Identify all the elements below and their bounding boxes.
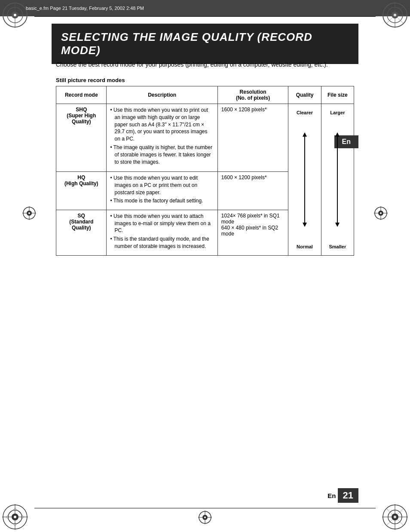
svg-point-34 [204, 517, 206, 518]
page-title: SELECTING THE IMAGE QUALITY (RECORD MODE… [61, 31, 349, 57]
record-table: Record mode Description Resolution(No. o… [56, 86, 354, 256]
col-header-record: Record mode [56, 86, 107, 104]
res-shq: 1600 × 1208 pixels* [217, 104, 288, 172]
page-en-label: En [327, 492, 336, 499]
quality-label-bottom: Normal [297, 244, 313, 249]
desc-shq-item1: Use this mode when you want to print out… [110, 107, 214, 143]
bottom-divider [34, 508, 376, 508]
svg-point-23 [380, 212, 382, 214]
top-bar-text: basic_e.fm Page 21 Tuesday, February 5, … [26, 6, 144, 11]
page-number: 21 [338, 488, 358, 503]
content-area: Choose the best record mode for your pur… [56, 60, 354, 256]
filesize-column: Larger Smaller [321, 104, 354, 256]
intro-paragraph: Choose the best record mode for your pur… [56, 60, 354, 69]
col-header-desc: Description [107, 86, 217, 104]
desc-sq: Use this mode when you want to attach im… [107, 210, 217, 255]
reg-mark-bottom-center [198, 511, 212, 524]
desc-sq-item1: Use this mode when you want to attach im… [110, 213, 214, 234]
desc-hq: Use this mode when you want to edit imag… [107, 172, 217, 210]
section-label: Still picture record modes [56, 77, 354, 83]
desc-shq: Use this mode when you want to print out… [107, 104, 217, 172]
title-banner: SELECTING THE IMAGE QUALITY (RECORD MODE… [52, 24, 358, 64]
svg-point-18 [28, 212, 30, 214]
top-bar: basic_e.fm Page 21 Tuesday, February 5, … [0, 0, 410, 16]
corner-bottom-left [0, 502, 30, 532]
page-number-area: En 21 [327, 488, 358, 503]
corner-bottom-right [380, 502, 410, 532]
reg-mark-mid-left [22, 206, 36, 220]
res-sq: 1024× 768 pixels* in SQ1 mode640 × 480 p… [217, 210, 288, 255]
desc-sq-item2: This is the standard quality mode, and t… [110, 235, 214, 250]
filesize-label-top: Larger [330, 110, 345, 115]
col-header-quality: Quality [288, 86, 321, 104]
col-header-resolution: Resolution(No. of pixels) [217, 86, 288, 104]
svg-point-5 [14, 14, 16, 16]
reg-mark-mid-right [374, 206, 388, 220]
desc-hq-item1: Use this mode when you want to edit imag… [110, 174, 214, 196]
mode-sq: SQ(StandardQuality) [56, 210, 107, 255]
svg-point-29 [14, 516, 16, 518]
quality-column: Clearer Normal [288, 104, 321, 256]
desc-shq-item2: The image quality is higher, but the num… [110, 144, 214, 165]
mode-hq: HQ(High Quality) [56, 172, 107, 210]
col-header-filesize: File size [321, 86, 354, 104]
filesize-label-bottom: Smaller [329, 244, 346, 249]
quality-label-top: Clearer [297, 110, 313, 115]
res-hq: 1600 × 1200 pixels* [217, 172, 288, 210]
mode-shq: SHQ(Super HighQuality) [56, 104, 107, 172]
corner-top-left [0, 0, 30, 30]
desc-hq-item2: This mode is the factory default setting… [110, 197, 214, 205]
corner-top-right [380, 0, 410, 30]
top-divider [34, 16, 376, 17]
